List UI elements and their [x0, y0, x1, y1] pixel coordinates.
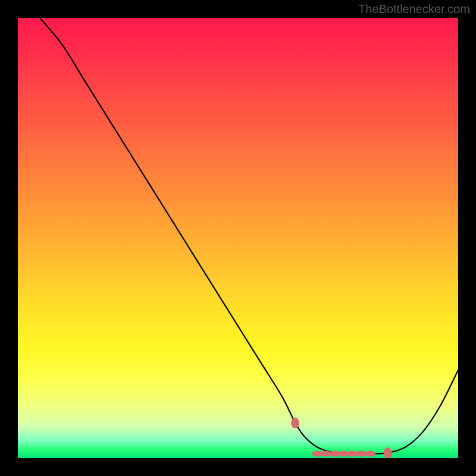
bottleneck-curve-path	[40, 18, 458, 454]
chart-plot-area	[18, 18, 458, 458]
chart-svg	[18, 18, 458, 458]
marker-right-edge	[384, 447, 392, 458]
marker-left-edge	[291, 418, 299, 428]
watermark-text: TheBottlenecker.com	[358, 2, 470, 16]
curve-group	[40, 18, 458, 454]
marker-bottom-6	[365, 451, 375, 457]
